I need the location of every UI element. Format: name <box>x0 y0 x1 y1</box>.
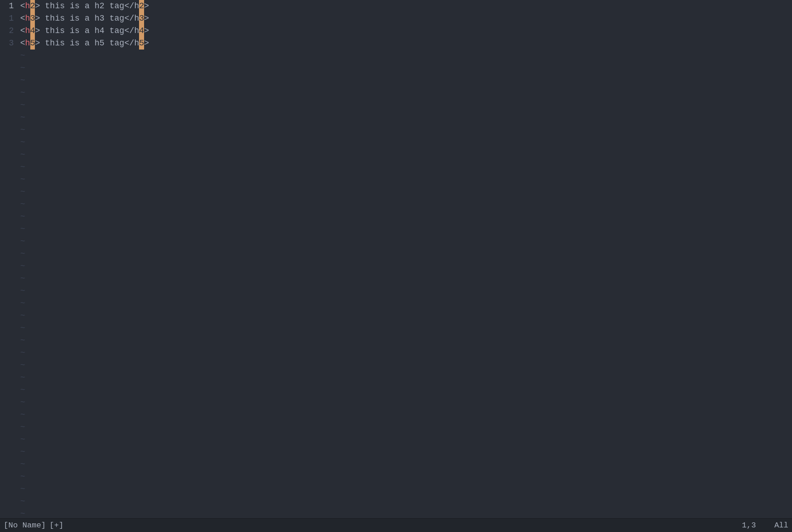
tilde-line-27: ~ <box>20 384 792 396</box>
tilde-line-36: ~ <box>20 495 792 508</box>
buffer-flags: [+] <box>50 520 64 532</box>
tilde-line-18: ~ <box>20 272 792 285</box>
text-token: this is a h4 tag</h <box>40 25 139 37</box>
highlight-token: 3 <box>139 12 144 25</box>
tilde-line-12: ~ <box>20 198 792 211</box>
tilde-line-28: ~ <box>20 396 792 409</box>
angle-token: > <box>144 12 149 25</box>
tilde-line-2: ~ <box>20 74 792 87</box>
code-area[interactable]: <h2> this is a h2 tag</h2><h3> this is a… <box>18 0 792 518</box>
tag-token: h <box>25 25 30 37</box>
angle-token: < <box>20 12 25 25</box>
code-line-3: <h5> this is a h5 tag</h5> <box>20 37 792 50</box>
tilde-line-4: ~ <box>20 99 792 111</box>
tilde-line-34: ~ <box>20 471 792 483</box>
angle-token: > <box>35 25 40 37</box>
tilde-line-37: ~ <box>20 508 792 518</box>
angle-token: < <box>20 0 25 12</box>
tilde-line-10: ~ <box>20 173 792 186</box>
tilde-line-15: ~ <box>20 235 792 248</box>
editor: 1123 <h2> this is a h2 tag</h2><h3> this… <box>0 0 792 532</box>
highlight-token: 5 <box>30 37 35 50</box>
tilde-line-25: ~ <box>20 359 792 371</box>
tilde-line-17: ~ <box>20 260 792 272</box>
tag-token: h <box>25 37 30 50</box>
tag-token: h <box>25 12 30 25</box>
tilde-line-3: ~ <box>20 87 792 99</box>
angle-token: > <box>144 0 149 12</box>
status-right: 1,3 All <box>742 520 788 532</box>
tilde-line-6: ~ <box>20 124 792 136</box>
text-token: this is a h2 tag</h <box>40 0 139 12</box>
tilde-line-0: ~ <box>20 50 792 62</box>
highlight-token: 4 <box>30 25 35 37</box>
tilde-line-26: ~ <box>20 371 792 384</box>
buffer-name: [No Name] <box>4 520 46 532</box>
code-line-1: <h3> this is a h3 tag</h3> <box>20 12 792 25</box>
tilde-line-21: ~ <box>20 310 792 322</box>
line-number-1: 1 <box>4 12 14 25</box>
tilde-line-29: ~ <box>20 409 792 421</box>
tilde-line-8: ~ <box>20 149 792 161</box>
tilde-line-33: ~ <box>20 458 792 471</box>
highlight-token: 2 <box>139 0 144 12</box>
tilde-line-16: ~ <box>20 248 792 260</box>
tilde-line-31: ~ <box>20 433 792 446</box>
tilde-line-30: ~ <box>20 421 792 433</box>
line-numbers: 1123 <box>0 0 18 518</box>
tilde-line-19: ~ <box>20 285 792 297</box>
tilde-line-24: ~ <box>20 347 792 359</box>
angle-token: < <box>20 37 25 50</box>
highlight-token: 5 <box>139 37 144 50</box>
content-area[interactable]: 1123 <h2> this is a h2 tag</h2><h3> this… <box>0 0 792 518</box>
tilde-line-20: ~ <box>20 297 792 310</box>
cursor-position: 1,3 <box>742 520 756 532</box>
angle-token: < <box>20 25 25 37</box>
text-token: this is a h5 tag</h <box>40 37 139 50</box>
tilde-line-11: ~ <box>20 186 792 198</box>
highlight-token: 2 <box>30 0 35 12</box>
tilde-line-35: ~ <box>20 483 792 495</box>
angle-token: > <box>35 0 40 12</box>
tilde-line-7: ~ <box>20 136 792 149</box>
angle-token: > <box>144 25 149 37</box>
text-token: this is a h3 tag</h <box>40 12 139 25</box>
status-left: [No Name] [+] <box>4 520 63 532</box>
angle-token: > <box>144 37 149 50</box>
tilde-line-14: ~ <box>20 223 792 235</box>
scroll-position: All <box>774 520 788 532</box>
tilde-line-32: ~ <box>20 446 792 458</box>
tilde-line-9: ~ <box>20 161 792 173</box>
code-line-2: <h4> this is a h4 tag</h4> <box>20 25 792 37</box>
highlight-token: 3 <box>30 12 35 25</box>
angle-token: > <box>35 37 40 50</box>
tilde-line-23: ~ <box>20 334 792 347</box>
highlight-token: 4 <box>139 25 144 37</box>
tag-token: h <box>25 0 30 12</box>
tilde-line-22: ~ <box>20 322 792 334</box>
line-number-3: 3 <box>4 37 14 50</box>
line-number-2: 2 <box>4 25 14 37</box>
angle-token: > <box>35 12 40 25</box>
tilde-line-5: ~ <box>20 111 792 124</box>
status-bar: [No Name] [+] 1,3 All <box>0 518 792 532</box>
code-line-0: <h2> this is a h2 tag</h2> <box>20 0 792 12</box>
line-number-0: 1 <box>4 0 14 12</box>
tilde-line-13: ~ <box>20 211 792 223</box>
tilde-line-1: ~ <box>20 62 792 74</box>
